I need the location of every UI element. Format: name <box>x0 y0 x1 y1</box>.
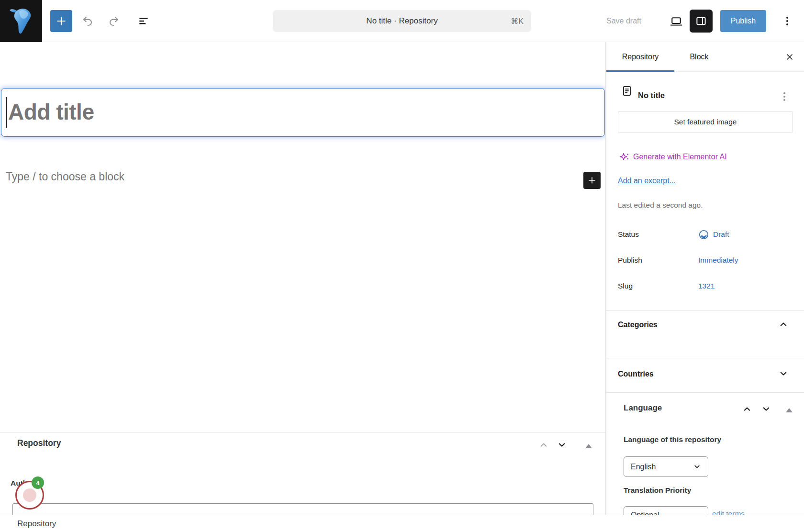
post-actions-button[interactable] <box>774 86 795 107</box>
priority-selected-value: Optional <box>631 511 659 515</box>
panel-categories-label[interactable]: Categories <box>618 321 658 329</box>
plus-icon <box>55 15 67 27</box>
laptop-icon <box>669 14 683 28</box>
publish-row: Publish Immediately <box>618 255 793 266</box>
countries-toggle-button[interactable] <box>775 365 792 382</box>
metabox-move-up-button[interactable] <box>535 436 552 454</box>
post-icon-wrap <box>621 84 633 98</box>
chevron-down-icon <box>556 439 568 451</box>
block-placeholder[interactable]: Type / to choose a block <box>6 170 124 183</box>
language-collapse-button[interactable] <box>781 401 798 419</box>
add-excerpt-link[interactable]: Add an excerpt... <box>618 177 676 185</box>
chevron-up-icon <box>537 439 550 451</box>
chevron-up-icon <box>741 403 753 415</box>
metabox-collapse-button[interactable] <box>580 437 597 454</box>
slug-label: Slug <box>618 282 698 290</box>
triangle-up-icon <box>585 444 592 448</box>
title-input[interactable]: Add title <box>1 88 605 137</box>
tab-repository[interactable]: Repository <box>606 42 674 72</box>
triangle-up-icon <box>786 408 793 412</box>
panel-divider <box>606 358 804 358</box>
save-draft-button[interactable]: Save draft <box>606 0 641 42</box>
add-block-button[interactable] <box>583 172 601 189</box>
status-value-text: Draft <box>713 230 729 239</box>
set-featured-image-button[interactable]: Set featured image <box>618 111 793 133</box>
preview-button[interactable] <box>665 10 687 32</box>
publish-label: Publish <box>618 256 698 265</box>
panel-countries-label[interactable]: Countries <box>618 370 654 378</box>
status-row: Status Draft <box>618 229 793 240</box>
author-input[interactable] <box>12 503 593 515</box>
language-move-up-button[interactable] <box>738 400 756 418</box>
panel-divider <box>606 310 804 310</box>
redo-button[interactable] <box>103 10 125 32</box>
translation-priority-select[interactable]: Optional <box>624 506 708 515</box>
sidebar-panel-icon <box>694 14 708 28</box>
categories-toggle-button[interactable] <box>775 316 792 333</box>
editor-canvas: Add title Type / to choose a block Repos… <box>0 42 606 515</box>
panel-divider <box>606 392 804 393</box>
title-placeholder: Add title <box>8 99 94 125</box>
chevron-down-icon <box>777 367 790 380</box>
kebab-menu-icon <box>786 15 788 27</box>
settings-sidebar: Repository Block No title Set featured i… <box>606 42 804 515</box>
metabox-divider <box>0 432 606 432</box>
generate-with-ai-link[interactable]: Generate with Elementor AI <box>619 152 727 161</box>
breadcrumb: Repository <box>17 519 56 529</box>
chevron-down-icon <box>693 463 701 471</box>
last-edited-text: Last edited a second ago. <box>618 201 703 210</box>
sidebar-tabs: Repository Block <box>606 42 804 72</box>
publish-value[interactable]: Immediately <box>698 256 738 265</box>
language-field-label: Language of this repository <box>624 435 721 444</box>
edit-terms-link[interactable]: edit terms <box>712 510 745 515</box>
language-selected-value: English <box>631 463 656 471</box>
settings-sidebar-toggle[interactable] <box>690 10 713 33</box>
close-icon <box>784 51 795 63</box>
block-inserter-button[interactable] <box>50 10 72 32</box>
chevron-up-icon <box>777 318 790 331</box>
list-view-icon <box>137 15 150 27</box>
status-value[interactable]: Draft <box>698 229 729 240</box>
document-title: No title · Repository <box>366 16 437 26</box>
kebab-menu-icon <box>783 91 785 102</box>
avatar-dot <box>23 488 36 502</box>
publish-button[interactable]: Publish <box>720 10 766 32</box>
translation-priority-label: Translation Priority <box>624 486 691 495</box>
chevron-down-icon <box>760 403 772 415</box>
close-sidebar-button[interactable] <box>779 46 800 67</box>
undo-icon <box>81 15 94 27</box>
language-panel-title: Language <box>624 403 662 413</box>
generate-with-ai-label: Generate with Elementor AI <box>633 153 727 161</box>
document-overview-button[interactable] <box>133 10 155 32</box>
language-move-down-button[interactable] <box>758 400 775 418</box>
presence-count-badge: 4 <box>32 477 44 489</box>
metabox-title: Repository <box>17 438 61 448</box>
text-caret <box>6 97 7 128</box>
undo-button[interactable] <box>77 10 99 32</box>
slug-row: Slug 1321 <box>618 280 793 292</box>
site-logo[interactable] <box>0 0 42 42</box>
document-title-bar[interactable]: No title · Repository ⌘K <box>273 10 531 32</box>
sparkle-icon <box>619 152 629 161</box>
status-label: Status <box>618 230 698 239</box>
plus-icon <box>587 176 597 185</box>
command-shortcut: ⌘K <box>511 17 524 26</box>
slug-value[interactable]: 1321 <box>698 282 715 290</box>
document-icon <box>621 84 633 98</box>
post-title: No title <box>638 91 665 100</box>
draft-status-icon <box>698 229 709 240</box>
language-select[interactable]: English <box>624 456 708 477</box>
tab-block[interactable]: Block <box>674 42 724 72</box>
top-toolbar: No title · Repository ⌘K Save draft Publ… <box>0 0 804 42</box>
metabox-move-down-button[interactable] <box>553 436 570 454</box>
site-logo-icon <box>6 6 36 36</box>
options-menu-button[interactable] <box>776 10 798 32</box>
bottom-status-bar: Repository <box>0 515 804 532</box>
redo-icon <box>108 15 120 27</box>
